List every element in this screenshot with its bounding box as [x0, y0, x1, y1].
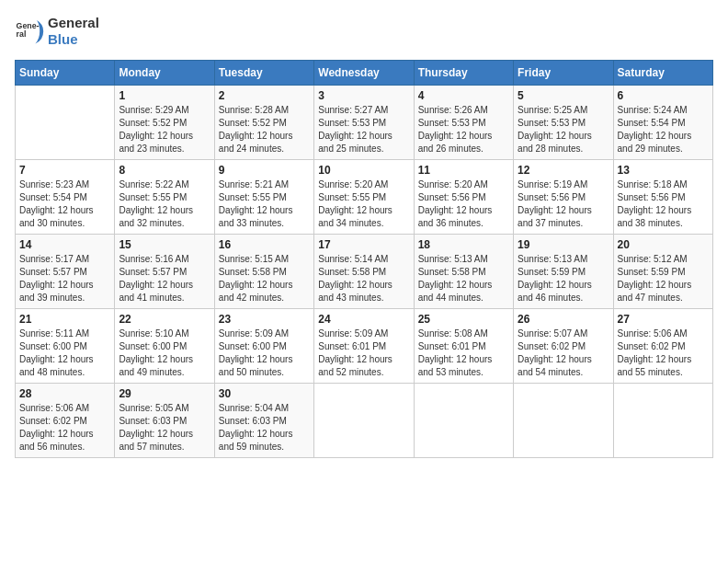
calendar-cell: [314, 383, 414, 457]
day-number: 4: [418, 89, 509, 102]
day-number: 6: [618, 89, 709, 102]
weekday-header: Saturday: [613, 60, 712, 85]
calendar-cell: 2Sunrise: 5:28 AM Sunset: 5:52 PM Daylig…: [214, 85, 313, 159]
day-number: 22: [119, 313, 210, 326]
calendar-cell: 3Sunrise: 5:27 AM Sunset: 5:53 PM Daylig…: [314, 85, 414, 159]
day-info: Sunrise: 5:14 AM Sunset: 5:58 PM Dayligh…: [318, 253, 409, 304]
day-number: 15: [119, 238, 210, 251]
calendar-week-row: 14Sunrise: 5:17 AM Sunset: 5:57 PM Dayli…: [16, 234, 713, 308]
day-info: Sunrise: 5:15 AM Sunset: 5:58 PM Dayligh…: [219, 253, 310, 304]
calendar-cell: 8Sunrise: 5:22 AM Sunset: 5:55 PM Daylig…: [115, 159, 214, 234]
day-number: 18: [418, 238, 509, 251]
calendar-cell: 14Sunrise: 5:17 AM Sunset: 5:57 PM Dayli…: [16, 234, 115, 308]
day-info: Sunrise: 5:24 AM Sunset: 5:54 PM Dayligh…: [618, 104, 709, 155]
day-info: Sunrise: 5:13 AM Sunset: 5:58 PM Dayligh…: [418, 253, 509, 304]
calendar-cell: [414, 383, 513, 457]
day-info: Sunrise: 5:12 AM Sunset: 5:59 PM Dayligh…: [618, 253, 709, 304]
day-number: 16: [219, 238, 310, 251]
day-info: Sunrise: 5:29 AM Sunset: 5:52 PM Dayligh…: [119, 104, 210, 155]
day-number: 11: [418, 164, 509, 177]
calendar-cell: 25Sunrise: 5:08 AM Sunset: 6:01 PM Dayli…: [414, 308, 513, 383]
calendar-table: SundayMondayTuesdayWednesdayThursdayFrid…: [15, 60, 713, 458]
day-number: 5: [518, 89, 609, 102]
calendar-cell: 23Sunrise: 5:09 AM Sunset: 6:00 PM Dayli…: [214, 308, 313, 383]
weekday-header: Monday: [115, 60, 214, 85]
day-info: Sunrise: 5:20 AM Sunset: 5:56 PM Dayligh…: [418, 178, 509, 230]
calendar-cell: 22Sunrise: 5:10 AM Sunset: 6:00 PM Dayli…: [115, 308, 214, 383]
calendar-cell: 19Sunrise: 5:13 AM Sunset: 5:59 PM Dayli…: [514, 234, 613, 308]
day-info: Sunrise: 5:28 AM Sunset: 5:52 PM Dayligh…: [219, 104, 310, 155]
day-number: 21: [19, 313, 110, 326]
svg-text:ral: ral: [17, 30, 27, 40]
day-info: Sunrise: 5:07 AM Sunset: 6:02 PM Dayligh…: [518, 327, 609, 379]
day-info: Sunrise: 5:09 AM Sunset: 6:01 PM Dayligh…: [318, 327, 409, 379]
calendar-cell: [16, 85, 115, 159]
calendar-cell: 7Sunrise: 5:23 AM Sunset: 5:54 PM Daylig…: [16, 159, 115, 234]
calendar-cell: 4Sunrise: 5:26 AM Sunset: 5:53 PM Daylig…: [414, 85, 513, 159]
day-info: Sunrise: 5:09 AM Sunset: 6:00 PM Dayligh…: [219, 327, 310, 379]
calendar-cell: 1Sunrise: 5:29 AM Sunset: 5:52 PM Daylig…: [115, 85, 214, 159]
logo: Gene- ral General Blue: [15, 15, 99, 49]
day-info: Sunrise: 5:11 AM Sunset: 6:00 PM Dayligh…: [19, 327, 110, 379]
calendar-cell: 20Sunrise: 5:12 AM Sunset: 5:59 PM Dayli…: [613, 234, 712, 308]
day-info: Sunrise: 5:10 AM Sunset: 6:00 PM Dayligh…: [119, 327, 210, 379]
day-info: Sunrise: 5:05 AM Sunset: 6:03 PM Dayligh…: [119, 402, 210, 454]
weekday-header: Wednesday: [314, 60, 414, 85]
day-number: 20: [618, 238, 709, 251]
calendar-cell: 28Sunrise: 5:06 AM Sunset: 6:02 PM Dayli…: [16, 383, 115, 457]
day-info: Sunrise: 5:19 AM Sunset: 5:56 PM Dayligh…: [518, 178, 609, 230]
calendar-cell: 13Sunrise: 5:18 AM Sunset: 5:56 PM Dayli…: [613, 159, 712, 234]
calendar-cell: 29Sunrise: 5:05 AM Sunset: 6:03 PM Dayli…: [115, 383, 214, 457]
day-info: Sunrise: 5:18 AM Sunset: 5:56 PM Dayligh…: [618, 178, 709, 230]
day-number: 9: [219, 164, 310, 177]
weekday-header: Sunday: [16, 60, 115, 85]
calendar-cell: 5Sunrise: 5:25 AM Sunset: 5:53 PM Daylig…: [514, 85, 613, 159]
day-number: 14: [19, 238, 110, 251]
day-number: 19: [518, 238, 609, 251]
weekday-header: Thursday: [414, 60, 513, 85]
day-number: 23: [219, 313, 310, 326]
day-number: 3: [318, 89, 409, 102]
calendar-cell: 26Sunrise: 5:07 AM Sunset: 6:02 PM Dayli…: [514, 308, 613, 383]
day-info: Sunrise: 5:22 AM Sunset: 5:55 PM Dayligh…: [119, 178, 210, 230]
day-number: 8: [119, 164, 210, 177]
day-info: Sunrise: 5:27 AM Sunset: 5:53 PM Dayligh…: [318, 104, 409, 155]
calendar-week-row: 7Sunrise: 5:23 AM Sunset: 5:54 PM Daylig…: [16, 159, 713, 234]
calendar-cell: 11Sunrise: 5:20 AM Sunset: 5:56 PM Dayli…: [414, 159, 513, 234]
day-info: Sunrise: 5:23 AM Sunset: 5:54 PM Dayligh…: [19, 178, 110, 230]
day-number: 2: [219, 89, 310, 102]
calendar-cell: [613, 383, 712, 457]
day-info: Sunrise: 5:20 AM Sunset: 5:55 PM Dayligh…: [318, 178, 409, 230]
day-info: Sunrise: 5:16 AM Sunset: 5:57 PM Dayligh…: [119, 253, 210, 304]
day-info: Sunrise: 5:13 AM Sunset: 5:59 PM Dayligh…: [518, 253, 609, 304]
day-number: 28: [19, 387, 110, 400]
page-header: Gene- ral General Blue: [15, 15, 713, 49]
calendar-cell: 18Sunrise: 5:13 AM Sunset: 5:58 PM Dayli…: [414, 234, 513, 308]
day-info: Sunrise: 5:21 AM Sunset: 5:55 PM Dayligh…: [219, 178, 310, 230]
calendar-week-row: 28Sunrise: 5:06 AM Sunset: 6:02 PM Dayli…: [16, 383, 713, 457]
calendar-cell: 30Sunrise: 5:04 AM Sunset: 6:03 PM Dayli…: [214, 383, 313, 457]
calendar-cell: 12Sunrise: 5:19 AM Sunset: 5:56 PM Dayli…: [514, 159, 613, 234]
day-info: Sunrise: 5:08 AM Sunset: 6:01 PM Dayligh…: [418, 327, 509, 379]
calendar-cell: 6Sunrise: 5:24 AM Sunset: 5:54 PM Daylig…: [613, 85, 712, 159]
weekday-header: Friday: [514, 60, 613, 85]
day-number: 26: [518, 313, 609, 326]
day-info: Sunrise: 5:04 AM Sunset: 6:03 PM Dayligh…: [219, 402, 310, 454]
calendar-cell: 24Sunrise: 5:09 AM Sunset: 6:01 PM Dayli…: [314, 308, 414, 383]
day-info: Sunrise: 5:06 AM Sunset: 6:02 PM Dayligh…: [618, 327, 709, 379]
day-number: 12: [518, 164, 609, 177]
svg-text:Gene-: Gene-: [17, 21, 40, 30]
day-number: 13: [618, 164, 709, 177]
day-number: 27: [618, 313, 709, 326]
day-number: 24: [318, 313, 409, 326]
day-number: 10: [318, 164, 409, 177]
calendar-cell: 9Sunrise: 5:21 AM Sunset: 5:55 PM Daylig…: [214, 159, 313, 234]
weekday-header: Tuesday: [214, 60, 313, 85]
day-info: Sunrise: 5:25 AM Sunset: 5:53 PM Dayligh…: [518, 104, 609, 155]
calendar-cell: 15Sunrise: 5:16 AM Sunset: 5:57 PM Dayli…: [115, 234, 214, 308]
day-number: 25: [418, 313, 509, 326]
calendar-week-row: 1Sunrise: 5:29 AM Sunset: 5:52 PM Daylig…: [16, 85, 713, 159]
weekday-header-row: SundayMondayTuesdayWednesdayThursdayFrid…: [16, 60, 713, 85]
day-info: Sunrise: 5:06 AM Sunset: 6:02 PM Dayligh…: [19, 402, 110, 454]
calendar-cell: 16Sunrise: 5:15 AM Sunset: 5:58 PM Dayli…: [214, 234, 313, 308]
